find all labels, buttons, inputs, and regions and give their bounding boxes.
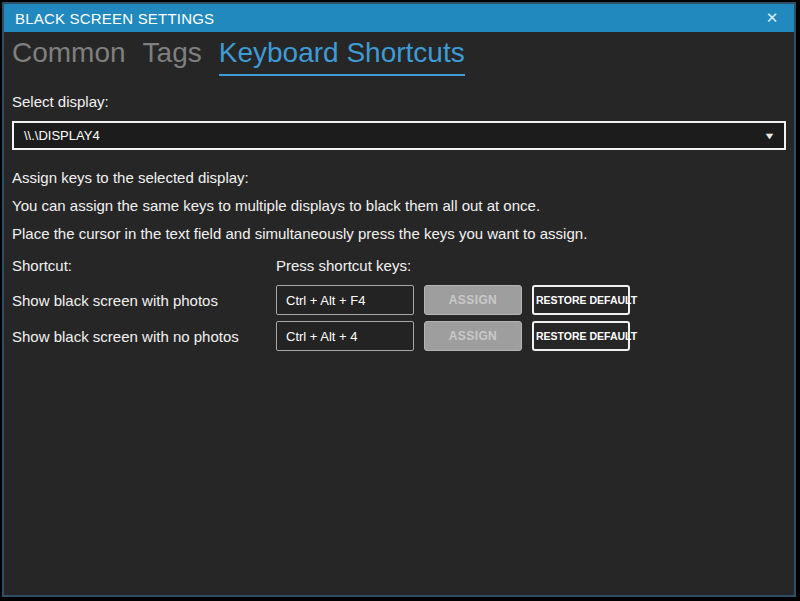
display-select[interactable]: \\.\DISPLAY4 ▼ [12, 121, 786, 150]
close-icon[interactable]: ✕ [761, 7, 783, 29]
column-header-keys: Press shortcut keys: [276, 251, 630, 279]
shortcut-keys-input-photos[interactable] [276, 285, 414, 315]
restore-default-button-photos[interactable]: RESTORE DEFAULT [532, 285, 630, 315]
shortcut-keys-input-no-photos[interactable] [276, 321, 414, 351]
assign-button-photos[interactable]: ASSIGN [424, 285, 522, 315]
display-select-value: \\.\DISPLAY4 [24, 128, 100, 143]
instructions: Assign keys to the selected display: You… [12, 164, 786, 248]
titlebar: BLACK SCREEN SETTINGS ✕ [4, 4, 794, 32]
tab-tags[interactable]: Tags [143, 36, 202, 76]
content-area: Common Tags Keyboard Shortcuts Select di… [4, 32, 794, 595]
chevron-down-icon: ▼ [763, 131, 775, 141]
shortcut-row-label-no-photos: Show black screen with no photos [12, 328, 266, 345]
shortcut-table: Shortcut: Press shortcut keys: Show blac… [12, 251, 786, 351]
select-display-label: Select display: [12, 93, 786, 110]
tab-bar: Common Tags Keyboard Shortcuts [12, 36, 786, 76]
assign-button-no-photos[interactable]: ASSIGN [424, 321, 522, 351]
shortcut-row-label-photos: Show black screen with photos [12, 292, 266, 309]
tab-keyboard-shortcuts[interactable]: Keyboard Shortcuts [219, 36, 465, 76]
tab-common[interactable]: Common [12, 36, 126, 76]
window-title: BLACK SCREEN SETTINGS [15, 10, 214, 27]
column-header-shortcut: Shortcut: [12, 251, 266, 279]
instruction-line: Assign keys to the selected display: [12, 164, 786, 192]
settings-window: BLACK SCREEN SETTINGS ✕ Common Tags Keyb… [2, 2, 796, 597]
instruction-line: You can assign the same keys to multiple… [12, 192, 786, 220]
instruction-line: Place the cursor in the text field and s… [12, 220, 786, 248]
restore-default-button-no-photos[interactable]: RESTORE DEFAULT [532, 321, 630, 351]
